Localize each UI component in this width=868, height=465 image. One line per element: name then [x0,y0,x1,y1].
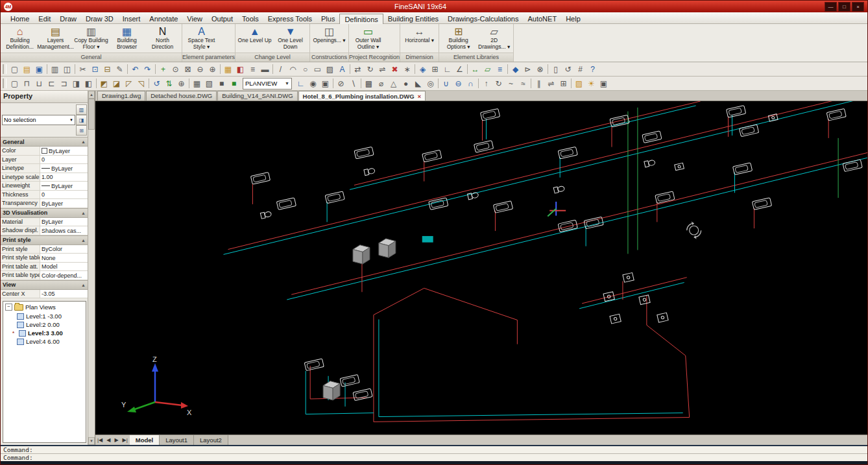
pan-button[interactable]: + [157,64,169,75]
copy-building-floor-button[interactable]: ▥Copy Building Floor ▾ [73,25,109,50]
block-button[interactable]: ◆ [509,64,522,75]
distance-button[interactable]: ↔ [469,64,481,75]
erase-button[interactable]: ✖ [389,64,401,75]
hatch-button[interactable]: ▨ [324,64,336,75]
union-button[interactable]: ∪ [440,78,452,89]
zoom-realtime-button[interactable]: ⊙ [169,64,182,75]
hidden-lines-button[interactable]: ▧ [203,78,215,89]
named-views-button[interactable]: ▢ [8,78,21,89]
openings-button[interactable]: ◫Openings... ▾ [311,25,347,44]
select-objects-button[interactable]: ⊞ [76,125,87,136]
menu-home[interactable]: Home [6,14,34,23]
solid-sphere-button[interactable]: ● [400,78,412,89]
grid-button[interactable]: ⊞ [429,64,441,75]
pan-3d-button[interactable]: ⇅ [163,78,175,89]
selection-dropdown[interactable]: No selection ▼ [2,115,75,125]
section-header-3d-visualisation[interactable]: 3D Visualisation▲ [1,208,88,218]
zoom-window-button[interactable]: ⊠ [182,64,194,75]
view-left-button[interactable]: ⊏ [45,78,58,89]
revolve-button[interactable]: ↻ [492,78,505,89]
section-header-general[interactable]: General▲ [1,137,88,147]
scroll-up-icon[interactable]: ▲ [88,91,95,99]
wireframe-button[interactable]: ▦ [191,78,203,89]
new-drawing-button[interactable]: ▢ [8,64,21,75]
menu-draw-3d[interactable]: Draw 3D [81,14,118,23]
scrollbar-thumb[interactable] [88,99,95,130]
drawing-tab-detached-house-dwg[interactable]: Detached house.DWG [146,91,217,101]
arc-button[interactable]: ◠ [287,64,299,75]
line-button[interactable]: / [274,64,287,75]
view-se-iso-button[interactable]: ◪ [110,78,123,89]
drawing-tab-building-v14-sani-dwg[interactable]: Building_V14_SANI.DWG [217,91,297,101]
paste-button[interactable]: ⊟ [101,64,114,75]
explode-button[interactable]: ∗ [401,64,413,75]
menu-output[interactable]: Output [207,14,237,23]
ucs-world-button[interactable]: ◉ [307,78,319,89]
menu-plus[interactable]: Plus [317,14,339,23]
insert-block-button[interactable]: ⊳ [522,64,534,75]
building-browser-button[interactable]: ▦Building Browser [109,25,145,50]
close-button[interactable]: × [852,2,864,12]
polar-button[interactable]: ∠ [453,64,466,75]
shaded-button[interactable]: ■ [215,78,228,89]
menu-draw[interactable]: Draw [55,14,81,23]
close-tab-icon[interactable]: × [418,93,421,100]
view-top-button[interactable]: ⊓ [21,78,33,89]
mirror-button[interactable]: ⇌ [376,64,389,75]
xref-button[interactable]: ⊗ [534,64,546,75]
layout-nav-icon[interactable]: ◀ [104,437,112,443]
view-back-button[interactable]: ◧ [82,78,95,89]
view-right-button[interactable]: ⊐ [58,78,70,89]
solid-torus-button[interactable]: ◎ [424,78,437,89]
materials-button[interactable]: ▨ [573,78,585,89]
view-bottom-button[interactable]: ⊔ [33,78,45,89]
quick-select-button[interactable]: ◨ [76,115,87,125]
help-button[interactable]: ? [586,64,599,75]
lights-button[interactable]: ☀ [585,78,597,89]
text-button[interactable]: A [336,64,348,75]
menu-help[interactable]: Help [561,14,585,23]
menu-tools[interactable]: Tools [237,14,263,23]
rectangle-button[interactable]: ▭ [311,64,324,75]
layout-nav-icon[interactable]: ▶ [112,437,120,443]
orbit-3d-button[interactable]: ↺ [151,78,163,89]
north-direction-button[interactable]: NNorth Direction [145,25,180,50]
copy-button[interactable]: ⊡ [89,64,101,75]
tree-item-level-4[interactable]: Level:4 6.00 [3,337,86,346]
menu-express-tools[interactable]: Express Tools [263,14,317,23]
zoom-3d-button[interactable]: ⊕ [175,78,187,89]
solid-cone-button[interactable]: △ [387,78,400,89]
extrude-button[interactable]: ↑ [480,78,492,89]
loft-button[interactable]: ≈ [517,78,529,89]
sweep-button[interactable]: ~ [505,78,517,89]
regen-button[interactable]: ↺ [562,64,574,75]
redo-button[interactable]: ↷ [141,64,154,75]
property-panel-scrollbar[interactable]: ▲ ▼ [88,91,95,445]
layout-nav-icon[interactable]: ▶| [121,437,130,443]
calculator-button[interactable]: # [574,64,586,75]
layout-nav-icon[interactable]: |◀ [95,437,104,443]
menu-view[interactable]: View [182,14,207,23]
menu-insert[interactable]: Insert [118,14,145,23]
one-level-down-button[interactable]: ▼One Level Down [272,25,308,50]
view-nw-iso-button[interactable]: ◹ [135,78,147,89]
solid-box-button[interactable]: ▩ [363,78,375,89]
command-input-line[interactable]: Command: [1,454,867,461]
menu-autonet[interactable]: AutoNET [523,14,561,23]
subtract-button[interactable]: ⊖ [452,78,464,89]
outer-wall-outline-button[interactable]: ▭Outer Wall Outline ▾ [350,25,386,50]
space-text-style-button[interactable]: ASpace Text Style ▾ [184,25,219,50]
print-preview-button[interactable]: ◫ [61,64,73,75]
rotate-button[interactable]: ↻ [364,64,376,75]
properties-button[interactable]: ▯ [549,64,562,75]
menu-annotate[interactable]: Annotate [145,14,182,23]
drawing-tab-drawing1-dwg[interactable]: Drawing1.dwg [97,91,145,101]
tree-root[interactable]: − Plan Views [3,302,86,312]
circle-button[interactable]: ○ [299,64,311,75]
slice-button[interactable]: ∖ [347,78,359,89]
open-button[interactable]: ▤ [21,64,33,75]
view-front-button[interactable]: ◨ [70,78,82,89]
align-3d-button[interactable]: ∥ [533,78,545,89]
zoom-in-button[interactable]: ⊕ [206,64,219,75]
menu-building-entities[interactable]: Building Entities [383,14,443,23]
